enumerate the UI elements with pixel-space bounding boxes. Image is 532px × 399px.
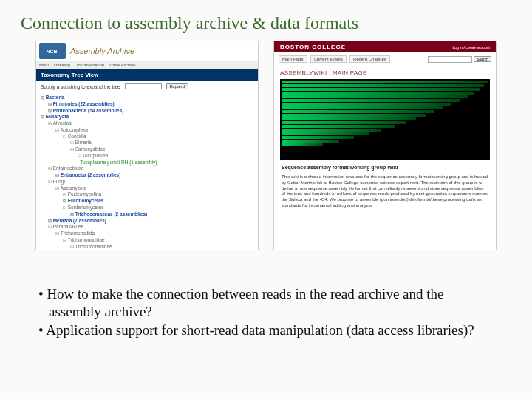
tree-node[interactable]: Apicomplexa <box>55 127 253 134</box>
ncbi-nav-item[interactable]: Trace Archive <box>109 63 135 67</box>
slide-title: Connection to assembly archive & data fo… <box>0 0 532 41</box>
tree-node[interactable]: Coccidia <box>63 134 253 140</box>
bc-wiki-description: This wiki is a shared information resour… <box>274 170 496 214</box>
tree-node[interactable]: Toxoplasma gondii RH (1 assembly) <box>78 160 253 166</box>
tree-node[interactable]: Entamoebidae <box>48 166 253 172</box>
screenshot-row: NCBI Assembly Archive Main Tracking Docu… <box>0 41 532 250</box>
bc-brand: BOSTON COLLEGE <box>280 44 346 50</box>
tree-node[interactable]: Bacteria <box>41 95 253 101</box>
tree-node[interactable]: Firmicutes (22 assemblies) <box>48 101 253 108</box>
bc-tabs: Main Page Current events Recent Changes … <box>274 52 496 66</box>
tree-node[interactable]: Eimeria <box>70 140 253 146</box>
bc-tab[interactable]: Current events <box>310 55 347 63</box>
ncbi-logo: NCBI <box>39 43 66 59</box>
tree-node[interactable]: Metazoa (7 assemblies) <box>48 218 253 225</box>
tree-node[interactable]: Trichomonadinae <box>70 244 253 250</box>
ncbi-nav-item[interactable]: Tracking <box>53 63 70 67</box>
tree-node[interactable]: Parabasalidea <box>48 224 253 231</box>
bullet-item: • Application support for short-read dat… <box>38 321 489 339</box>
ncbi-expand-input[interactable] <box>125 83 162 89</box>
tree-node[interactable]: Ascomycota <box>55 185 253 192</box>
ncbi-subheader: Taxonomy Tree View <box>36 69 258 81</box>
tree-node[interactable]: Alveolata <box>48 120 253 127</box>
taxonomy-tree: BacteriaFirmicutes (22 assemblies)Proteo… <box>36 92 258 250</box>
bc-tab[interactable]: Recent Changes <box>349 55 390 63</box>
ncbi-product-name: Assembly Archive <box>70 47 134 55</box>
bc-page-title: ASSEMBLYWIKI : MAIN PAGE <box>274 66 496 79</box>
bullet-item: • How to make the connection between rea… <box>38 285 489 321</box>
bc-login-link[interactable]: Log in / create account <box>452 45 490 50</box>
bc-header: BOSTON COLLEGE Log in / create account <box>274 41 496 52</box>
bc-screenshot: BOSTON COLLEGE Log in / create account M… <box>273 41 497 250</box>
bullet-list: • How to make the connection between rea… <box>38 285 489 339</box>
ncbi-header: NCBI Assembly Archive <box>36 41 258 61</box>
tree-node[interactable]: Eukaryota <box>41 114 253 120</box>
ncbi-nav-item[interactable]: Main <box>39 63 49 67</box>
tree-node[interactable]: Entamoeba (2 assemblies) <box>55 172 253 179</box>
tree-node[interactable]: Eurotiomycetes <box>63 198 253 205</box>
ncbi-nav: Main Tracking Documentation Trace Archiv… <box>36 61 258 69</box>
bc-search-input[interactable] <box>428 56 472 63</box>
tree-node[interactable]: Sordariomycetes <box>63 205 253 211</box>
ncbi-nav-item[interactable]: Documentation <box>75 63 104 67</box>
ncbi-screenshot: NCBI Assembly Archive Main Tracking Docu… <box>35 41 259 250</box>
ncbi-expand-button[interactable]: Expand <box>166 83 188 89</box>
tree-node[interactable]: Proteobacteria (54 assemblies) <box>48 108 253 115</box>
tree-node[interactable]: Toxoplasma <box>78 153 253 160</box>
tree-node[interactable]: Trichocomaceae (2 assemblies) <box>70 211 253 218</box>
bc-wiki-subtitle: Sequence assembly format working group W… <box>274 160 496 170</box>
ncbi-expand-row: Supply a substring to expand the tree Ex… <box>36 81 258 92</box>
tree-node[interactable]: Sarcocystidae <box>70 146 253 153</box>
sequence-alignment-image <box>280 79 490 160</box>
tree-node[interactable]: Trichomonadida <box>55 231 253 237</box>
tree-node[interactable]: Trichomonadidae <box>63 237 253 244</box>
bc-tab[interactable]: Main Page <box>279 55 307 63</box>
tree-node[interactable]: Fungi <box>48 179 253 185</box>
tree-node[interactable]: Trichomonas <box>78 250 253 250</box>
bc-search-button[interactable]: Search <box>474 56 491 62</box>
tree-node[interactable]: Pezizomycotina <box>63 191 253 198</box>
ncbi-expand-label: Supply a substring to expand the tree <box>41 84 120 89</box>
